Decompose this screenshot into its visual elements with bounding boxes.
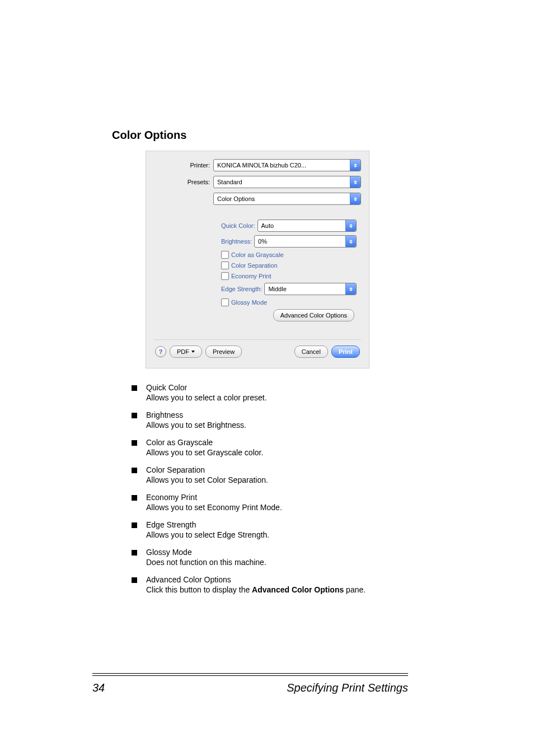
item-title: Advanced Color Options bbox=[146, 575, 231, 584]
edge-strength-select[interactable]: Middle bbox=[264, 283, 357, 295]
glossy-mode-label: Glossy Mode bbox=[231, 299, 267, 306]
pdf-button[interactable]: PDF bbox=[170, 346, 202, 358]
chevron-up-down-icon bbox=[345, 220, 356, 231]
print-dialog: Printer: KONICA MINOLTA bizhub C20... Pr… bbox=[146, 151, 369, 368]
item-desc: Allows you to set Grayscale color. bbox=[146, 448, 422, 458]
printer-label: Printer: bbox=[154, 162, 213, 169]
item-desc: Click this button to display the Advance… bbox=[146, 585, 422, 595]
item-desc: Does not function on this machine. bbox=[146, 558, 422, 568]
item-desc: Allows you to set Color Separation. bbox=[146, 475, 422, 486]
color-separation-label: Color Separation bbox=[231, 262, 278, 269]
brightness-label: Brightness: bbox=[221, 238, 252, 245]
separator bbox=[154, 339, 361, 340]
edge-strength-label: Edge Strength: bbox=[221, 286, 262, 292]
item-desc: Allows you to set Economy Print Mode. bbox=[146, 503, 422, 513]
item-title: Glossy Mode bbox=[146, 548, 192, 557]
chevron-up-down-icon bbox=[350, 193, 360, 204]
economy-print-checkbox[interactable] bbox=[221, 272, 229, 280]
item-title: Brightness bbox=[146, 410, 183, 419]
item-desc: Allows you to select a color preset. bbox=[146, 393, 422, 403]
item-title: Edge Strength bbox=[146, 520, 196, 529]
item-title: Economy Print bbox=[146, 493, 197, 502]
color-separation-checkbox[interactable] bbox=[221, 262, 229, 269]
chevron-up-down-icon bbox=[345, 236, 356, 247]
panel-select[interactable]: Color Options bbox=[213, 193, 361, 205]
list-item: Quick Color Allows you to select a color… bbox=[132, 383, 422, 403]
print-button-label: Print bbox=[339, 348, 353, 355]
quick-color-label: Quick Color: bbox=[221, 222, 255, 229]
chevron-down-icon bbox=[191, 351, 195, 353]
list-item: Advanced Color Options Click this button… bbox=[132, 575, 422, 595]
printer-value: KONICA MINOLTA bizhub C20... bbox=[214, 162, 350, 169]
advanced-color-options-label: Advanced Color Options bbox=[280, 312, 347, 319]
color-as-grayscale-checkbox[interactable] bbox=[221, 251, 229, 259]
printer-select[interactable]: KONICA MINOLTA bizhub C20... bbox=[213, 159, 361, 171]
list-item: Color Separation Allows you to set Color… bbox=[132, 465, 422, 485]
page-number: 34 bbox=[92, 682, 105, 694]
chevron-up-down-icon bbox=[350, 160, 360, 171]
preview-button-label: Preview bbox=[213, 348, 235, 355]
item-desc: Allows you to set Brightness. bbox=[146, 421, 422, 431]
economy-print-label: Economy Print bbox=[231, 273, 271, 279]
chapter-title: Specifying Print Settings bbox=[287, 682, 408, 694]
chevron-up-down-icon bbox=[350, 176, 360, 188]
section-heading: Color Options bbox=[112, 129, 422, 142]
help-button[interactable]: ? bbox=[155, 346, 166, 357]
list-item: Glossy Mode Does not function on this ma… bbox=[132, 548, 422, 567]
quick-color-value: Auto bbox=[258, 222, 345, 229]
page-footer: 34 Specifying Print Settings bbox=[92, 673, 408, 694]
chevron-up-down-icon bbox=[345, 283, 356, 295]
quick-color-select[interactable]: Auto bbox=[257, 220, 357, 232]
list-item: Brightness Allows you to set Brightness. bbox=[132, 410, 422, 430]
item-desc: Allows you to select Edge Strength. bbox=[146, 530, 422, 540]
brightness-select[interactable]: 0% bbox=[254, 235, 357, 248]
list-item: Color as Grayscale Allows you to set Gra… bbox=[132, 438, 422, 458]
presets-label: Presets: bbox=[154, 179, 213, 185]
glossy-mode-checkbox[interactable] bbox=[221, 298, 229, 306]
brightness-value: 0% bbox=[255, 238, 345, 245]
pdf-button-label: PDF bbox=[177, 348, 189, 355]
presets-value: Standard bbox=[214, 179, 350, 185]
edge-strength-value: Middle bbox=[265, 286, 345, 292]
list-item: Economy Print Allows you to set Economy … bbox=[132, 493, 422, 512]
item-title: Color as Grayscale bbox=[146, 438, 213, 447]
list-item: Edge Strength Allows you to select Edge … bbox=[132, 520, 422, 540]
cancel-button[interactable]: Cancel bbox=[294, 346, 328, 358]
item-title: Color Separation bbox=[146, 465, 205, 474]
panel-value: Color Options bbox=[214, 195, 350, 202]
print-button[interactable]: Print bbox=[331, 346, 360, 358]
cancel-button-label: Cancel bbox=[302, 348, 321, 355]
item-title: Quick Color bbox=[146, 383, 187, 392]
advanced-color-options-button[interactable]: Advanced Color Options bbox=[273, 309, 354, 321]
option-description-list: Quick Color Allows you to select a color… bbox=[132, 383, 422, 595]
color-as-grayscale-label: Color as Grayscale bbox=[231, 251, 284, 258]
presets-select[interactable]: Standard bbox=[213, 176, 361, 188]
preview-button[interactable]: Preview bbox=[205, 346, 242, 358]
